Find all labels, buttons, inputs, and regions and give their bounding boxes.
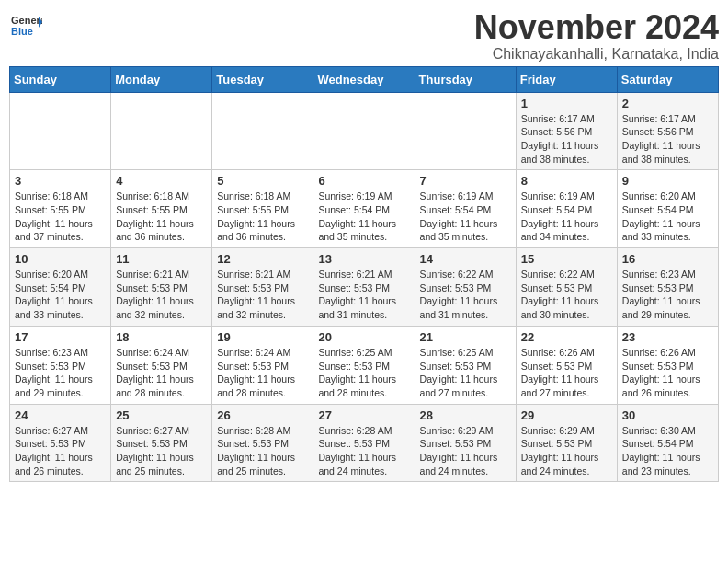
calendar-cell: 1 Sunrise: 6:17 AM Sunset: 5:56 PM Dayli… (516, 92, 617, 170)
day-number: 7 (420, 174, 511, 188)
calendar-table: SundayMondayTuesdayWednesdayThursdayFrid… (9, 66, 719, 483)
day-number: 17 (15, 330, 106, 344)
day-info: Sunrise: 6:20 AM Sunset: 5:54 PM Dayligh… (15, 268, 106, 322)
day-number: 18 (116, 330, 207, 344)
calendar-cell: 3 Sunrise: 6:18 AM Sunset: 5:55 PM Dayli… (10, 170, 111, 248)
header: General Blue November 2024 Chiknayakanha… (9, 9, 719, 63)
calendar-cell (10, 92, 111, 170)
day-number: 12 (217, 252, 308, 266)
day-info: Sunrise: 6:29 AM Sunset: 5:53 PM Dayligh… (420, 424, 511, 478)
day-info: Sunrise: 6:20 AM Sunset: 5:54 PM Dayligh… (622, 190, 713, 244)
day-info: Sunrise: 6:27 AM Sunset: 5:53 PM Dayligh… (116, 424, 207, 478)
calendar-week-row: 24 Sunrise: 6:27 AM Sunset: 5:53 PM Dayl… (10, 404, 719, 482)
day-info: Sunrise: 6:25 AM Sunset: 5:53 PM Dayligh… (318, 346, 409, 400)
day-number: 28 (420, 408, 511, 422)
day-number: 1 (521, 97, 612, 110)
day-info: Sunrise: 6:23 AM Sunset: 5:53 PM Dayligh… (622, 268, 713, 322)
day-info: Sunrise: 6:26 AM Sunset: 5:53 PM Dayligh… (622, 346, 713, 400)
calendar-cell: 11 Sunrise: 6:21 AM Sunset: 5:53 PM Dayl… (111, 248, 212, 327)
weekday-header: Friday (516, 66, 617, 92)
svg-text:General: General (11, 15, 42, 26)
calendar-cell: 24 Sunrise: 6:27 AM Sunset: 5:53 PM Dayl… (10, 404, 111, 482)
calendar-cell: 7 Sunrise: 6:19 AM Sunset: 5:54 PM Dayli… (415, 170, 516, 248)
day-info: Sunrise: 6:21 AM Sunset: 5:53 PM Dayligh… (116, 268, 207, 322)
calendar-cell (313, 92, 415, 170)
day-info: Sunrise: 6:25 AM Sunset: 5:53 PM Dayligh… (420, 346, 511, 400)
weekday-header: Saturday (617, 66, 718, 92)
calendar-cell: 30 Sunrise: 6:30 AM Sunset: 5:54 PM Dayl… (617, 404, 718, 482)
calendar-cell: 18 Sunrise: 6:24 AM Sunset: 5:53 PM Dayl… (111, 326, 212, 404)
calendar-week-row: 17 Sunrise: 6:23 AM Sunset: 5:53 PM Dayl… (10, 326, 719, 404)
day-info: Sunrise: 6:22 AM Sunset: 5:53 PM Dayligh… (420, 268, 511, 322)
day-info: Sunrise: 6:18 AM Sunset: 5:55 PM Dayligh… (217, 190, 308, 244)
day-info: Sunrise: 6:23 AM Sunset: 5:53 PM Dayligh… (15, 346, 106, 400)
calendar-cell: 10 Sunrise: 6:20 AM Sunset: 5:54 PM Dayl… (10, 248, 111, 327)
svg-text:Blue: Blue (11, 26, 33, 37)
day-number: 8 (521, 174, 612, 188)
day-info: Sunrise: 6:24 AM Sunset: 5:53 PM Dayligh… (217, 346, 308, 400)
day-info: Sunrise: 6:17 AM Sunset: 5:56 PM Dayligh… (521, 112, 612, 167)
weekday-header: Wednesday (313, 66, 415, 92)
weekday-header: Monday (111, 66, 212, 92)
day-number: 10 (15, 252, 106, 266)
day-number: 13 (318, 252, 409, 266)
day-number: 16 (622, 252, 713, 266)
calendar-cell: 20 Sunrise: 6:25 AM Sunset: 5:53 PM Dayl… (313, 326, 415, 404)
weekday-header: Tuesday (212, 66, 313, 92)
day-number: 21 (420, 330, 511, 344)
day-info: Sunrise: 6:19 AM Sunset: 5:54 PM Dayligh… (420, 190, 511, 244)
month-title: November 2024 (474, 9, 719, 46)
day-number: 3 (15, 174, 106, 188)
location-title: Chiknayakanhalli, Karnataka, India (474, 46, 719, 63)
calendar-cell: 8 Sunrise: 6:19 AM Sunset: 5:54 PM Dayli… (516, 170, 617, 248)
day-number: 4 (116, 174, 207, 188)
day-info: Sunrise: 6:26 AM Sunset: 5:53 PM Dayligh… (521, 346, 612, 400)
calendar-cell: 15 Sunrise: 6:22 AM Sunset: 5:53 PM Dayl… (516, 248, 617, 327)
day-number: 11 (116, 252, 207, 266)
weekday-header: Thursday (415, 66, 516, 92)
day-number: 27 (318, 408, 409, 422)
calendar-cell (212, 92, 313, 170)
calendar-cell: 5 Sunrise: 6:18 AM Sunset: 5:55 PM Dayli… (212, 170, 313, 248)
calendar-cell: 6 Sunrise: 6:19 AM Sunset: 5:54 PM Dayli… (313, 170, 415, 248)
calendar-week-row: 1 Sunrise: 6:17 AM Sunset: 5:56 PM Dayli… (10, 92, 719, 170)
calendar-cell: 23 Sunrise: 6:26 AM Sunset: 5:53 PM Dayl… (617, 326, 718, 404)
calendar-cell: 13 Sunrise: 6:21 AM Sunset: 5:53 PM Dayl… (313, 248, 415, 327)
calendar-cell: 29 Sunrise: 6:29 AM Sunset: 5:53 PM Dayl… (516, 404, 617, 482)
day-info: Sunrise: 6:29 AM Sunset: 5:53 PM Dayligh… (521, 424, 612, 478)
day-info: Sunrise: 6:17 AM Sunset: 5:56 PM Dayligh… (622, 112, 713, 167)
day-number: 20 (318, 330, 409, 344)
calendar-cell: 17 Sunrise: 6:23 AM Sunset: 5:53 PM Dayl… (10, 326, 111, 404)
calendar-cell: 21 Sunrise: 6:25 AM Sunset: 5:53 PM Dayl… (415, 326, 516, 404)
day-number: 26 (217, 408, 308, 422)
calendar-cell: 12 Sunrise: 6:21 AM Sunset: 5:53 PM Dayl… (212, 248, 313, 327)
day-number: 29 (521, 408, 612, 422)
logo-icon: General Blue (9, 9, 42, 42)
logo: General Blue (9, 9, 42, 42)
day-info: Sunrise: 6:28 AM Sunset: 5:53 PM Dayligh… (318, 424, 409, 478)
day-number: 15 (521, 252, 612, 266)
calendar-cell: 9 Sunrise: 6:20 AM Sunset: 5:54 PM Dayli… (617, 170, 718, 248)
calendar-cell: 16 Sunrise: 6:23 AM Sunset: 5:53 PM Dayl… (617, 248, 718, 327)
day-info: Sunrise: 6:28 AM Sunset: 5:53 PM Dayligh… (217, 424, 308, 478)
day-info: Sunrise: 6:21 AM Sunset: 5:53 PM Dayligh… (217, 268, 308, 322)
calendar-cell: 26 Sunrise: 6:28 AM Sunset: 5:53 PM Dayl… (212, 404, 313, 482)
day-number: 25 (116, 408, 207, 422)
day-info: Sunrise: 6:30 AM Sunset: 5:54 PM Dayligh… (622, 424, 713, 478)
calendar-cell: 28 Sunrise: 6:29 AM Sunset: 5:53 PM Dayl… (415, 404, 516, 482)
calendar-week-row: 10 Sunrise: 6:20 AM Sunset: 5:54 PM Dayl… (10, 248, 719, 327)
day-number: 30 (622, 408, 713, 422)
day-number: 14 (420, 252, 511, 266)
day-number: 9 (622, 174, 713, 188)
weekday-header-row: SundayMondayTuesdayWednesdayThursdayFrid… (10, 66, 719, 92)
day-info: Sunrise: 6:18 AM Sunset: 5:55 PM Dayligh… (15, 190, 106, 244)
calendar-cell: 14 Sunrise: 6:22 AM Sunset: 5:53 PM Dayl… (415, 248, 516, 327)
day-number: 6 (318, 174, 409, 188)
calendar-cell: 19 Sunrise: 6:24 AM Sunset: 5:53 PM Dayl… (212, 326, 313, 404)
day-number: 22 (521, 330, 612, 344)
day-number: 5 (217, 174, 308, 188)
day-number: 23 (622, 330, 713, 344)
day-info: Sunrise: 6:22 AM Sunset: 5:53 PM Dayligh… (521, 268, 612, 322)
calendar-cell: 4 Sunrise: 6:18 AM Sunset: 5:55 PM Dayli… (111, 170, 212, 248)
day-number: 2 (622, 97, 713, 110)
